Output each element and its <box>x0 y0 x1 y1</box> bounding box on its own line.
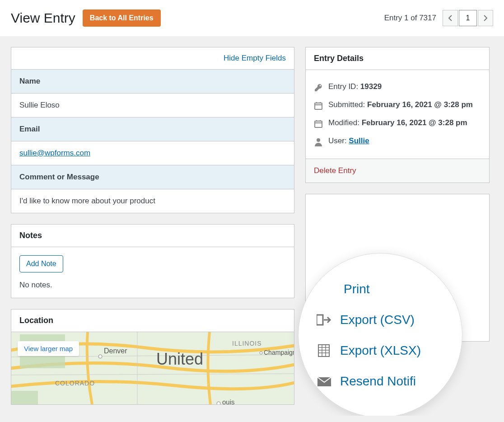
zoom-export-xlsx[interactable]: Export (XLSX) <box>317 335 462 366</box>
add-note-button[interactable]: Add Note <box>19 255 63 272</box>
detail-entry-id: Entry ID: 19329 <box>314 78 481 96</box>
user-text: User: Sullie <box>328 136 369 145</box>
key-icon <box>314 83 323 92</box>
entry-details-body: Entry ID: 19329 Submitted: February 16, … <box>306 70 489 159</box>
back-to-entries-button[interactable]: Back to All Entries <box>83 9 161 27</box>
entry-fields-panel: Hide Empty Fields Name Sullie Eloso Emai… <box>11 47 294 213</box>
left-column: Hide Empty Fields Name Sullie Eloso Emai… <box>11 47 294 405</box>
mail-icon <box>317 375 333 388</box>
export-csv-label: Export (CSV) <box>340 313 415 327</box>
map-container[interactable]: Denver ILLINOIS Champaign COLORADO Unite… <box>11 332 294 404</box>
chevron-left-icon <box>448 15 453 21</box>
zoom-resend[interactable]: Resend Notifi <box>317 366 462 397</box>
location-panel-title: Location <box>11 309 294 332</box>
pagination <box>443 10 493 26</box>
svg-rect-22 <box>318 345 329 356</box>
entry-id-text: Entry ID: 19329 <box>328 82 382 91</box>
user-link[interactable]: Sullie <box>349 136 369 145</box>
prev-entry-button[interactable] <box>443 10 458 26</box>
delete-entry-link[interactable]: Delete Entry <box>314 166 356 175</box>
entry-details-title: Entry Details <box>306 47 489 70</box>
view-larger-map-button[interactable]: View larger map <box>18 341 79 356</box>
content-area: Hide Empty Fields Name Sullie Eloso Emai… <box>0 36 504 416</box>
field-label-comment: Comment or Message <box>11 165 294 189</box>
header-right: Entry 1 of 7317 <box>384 10 493 26</box>
page-title: View Entry <box>11 10 75 26</box>
svg-text:United: United <box>156 350 203 368</box>
chevron-right-icon <box>483 15 488 21</box>
modified-text: Modified: February 16, 2021 @ 3:28 pm <box>328 118 467 127</box>
field-value-email: sullie@wpforms.com <box>11 141 294 165</box>
location-panel: Location Denver ILLINOIS <box>11 309 294 405</box>
svg-rect-16 <box>315 121 322 127</box>
svg-text:ouis: ouis <box>222 398 235 404</box>
page-number-input[interactable] <box>459 10 477 26</box>
header-left: View Entry Back to All Entries <box>11 9 161 27</box>
svg-point-3 <box>98 355 102 358</box>
notes-panel-title: Notes <box>11 225 294 247</box>
field-label-email: Email <box>11 117 294 141</box>
header-bar: View Entry Back to All Entries Entry 1 o… <box>0 0 504 36</box>
email-link[interactable]: sullie@wpforms.com <box>19 149 90 157</box>
spreadsheet-icon <box>317 344 333 357</box>
calendar-icon <box>314 119 323 128</box>
svg-rect-2 <box>11 391 38 404</box>
notes-panel: Notes Add Note No notes. <box>11 224 294 298</box>
svg-text:Champaign: Champaign <box>264 349 294 356</box>
hide-empty-fields-link[interactable]: Hide Empty Fields <box>224 54 286 62</box>
detail-user: User: Sullie <box>314 132 481 150</box>
entry-counter: Entry 1 of 7317 <box>384 14 436 23</box>
zoom-magnifier: Print Export (CSV) Export (XLSX) Resend … <box>298 253 462 416</box>
resend-label: Resend Notifi <box>340 374 416 389</box>
zoom-export-csv[interactable]: Export (CSV) <box>317 305 462 335</box>
submitted-text: Submitted: February 16, 2021 @ 3:28 pm <box>328 100 473 109</box>
field-value-comment: I'd like to know more about your product <box>11 189 294 213</box>
field-value-name: Sullie Eloso <box>11 94 294 117</box>
svg-text:COLORADO: COLORADO <box>55 380 95 387</box>
delete-section: Delete Entry <box>306 159 489 183</box>
no-notes-text: No notes. <box>19 281 286 290</box>
user-icon <box>314 137 323 146</box>
calendar-icon <box>314 101 323 110</box>
notes-panel-body: Add Note No notes. <box>11 247 294 298</box>
svg-text:Denver: Denver <box>104 347 127 355</box>
svg-text:ILLINOIS: ILLINOIS <box>232 340 262 347</box>
entry-details-panel: Entry Details Entry ID: 19329 Submitted <box>305 47 490 183</box>
hide-fields-bar: Hide Empty Fields <box>11 47 294 70</box>
svg-point-10 <box>217 402 220 404</box>
svg-point-20 <box>317 138 320 142</box>
field-label-name: Name <box>11 70 294 94</box>
svg-rect-12 <box>315 103 322 109</box>
export-xlsx-label: Export (XLSX) <box>340 343 421 358</box>
next-entry-button[interactable] <box>478 10 493 26</box>
svg-rect-21 <box>317 315 323 325</box>
print-label: Print <box>344 282 370 296</box>
detail-submitted: Submitted: February 16, 2021 @ 3:28 pm <box>314 96 481 114</box>
svg-point-6 <box>260 352 262 354</box>
export-icon <box>317 313 333 327</box>
detail-modified: Modified: February 16, 2021 @ 3:28 pm <box>314 114 481 132</box>
